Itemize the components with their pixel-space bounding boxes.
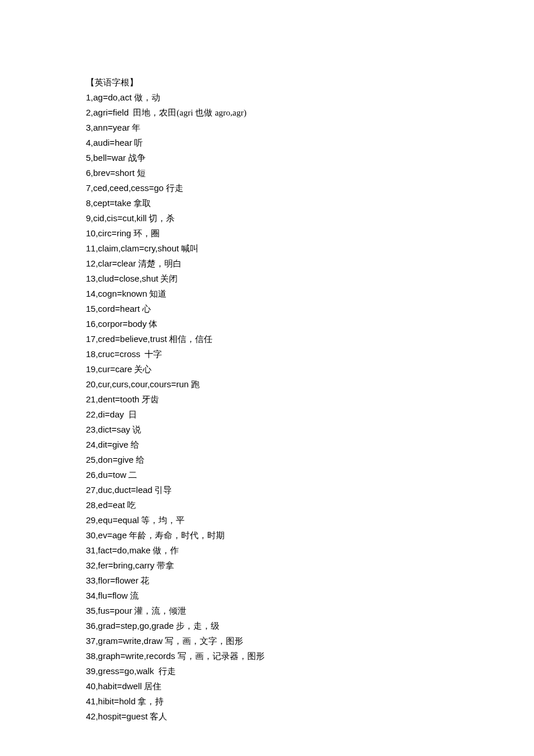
entry-row: 33,flor=flower 花	[86, 573, 534, 588]
entry-latin: 11,claim,clam=cry,shout	[86, 243, 179, 253]
entry-row: 16,corpor=body 体	[86, 316, 534, 332]
entry-row: 17,cred=believe,trust 相信，信任	[86, 332, 534, 347]
entry-row: 5,bell=war 战争	[86, 150, 534, 165]
entry-latin: 32,fer=bring,carry	[86, 560, 154, 570]
entry-latin: 15,cord=heart	[86, 304, 140, 314]
entry-chinese: 客人	[147, 712, 167, 721]
entry-chinese: 给	[134, 455, 145, 465]
entry-chinese: 牙齿	[139, 395, 159, 404]
entry-chinese: 体	[147, 319, 158, 329]
entry-chinese: 跑	[189, 380, 200, 389]
entry-row: 3,ann=year 年	[86, 120, 534, 135]
entry-chinese: 带拿	[154, 561, 174, 570]
entry-row: 21,dent=tooth 牙齿	[86, 392, 534, 407]
document-page: 【英语字根】 1,ag=do,act 做，动2,agri=field 田地，农田…	[0, 0, 534, 724]
entry-latin: 34,flu=flow	[86, 591, 128, 600]
entry-row: 2,agri=field 田地，农田(agri 也做 agro,agr)	[86, 105, 534, 120]
entry-chinese: 环，圈	[131, 229, 160, 238]
entry-latin: 14,cogn=known	[86, 289, 147, 298]
entry-row: 11,claim,clam=cry,shout 喊叫	[86, 241, 534, 256]
entry-latin: 5,bell=war	[86, 153, 126, 163]
entry-chinese: 吃	[125, 501, 136, 510]
entry-row: 34,flu=flow 流	[86, 588, 534, 603]
entry-chinese: 日	[124, 410, 137, 419]
entry-chinese: 说	[130, 425, 141, 434]
entry-chinese: 写，画，文字，图形	[163, 636, 243, 646]
entry-latin: 25,don=give	[86, 455, 134, 465]
entry-latin: 9,cid,cis=cut,kill	[86, 213, 147, 223]
entry-chinese: 知道	[147, 289, 167, 298]
entry-row: 24,dit=give 给	[86, 437, 534, 452]
entry-chinese: 切，杀	[147, 214, 175, 223]
entry-row: 22,di=day 日	[86, 407, 534, 422]
entry-latin: 3,ann=year	[86, 123, 129, 132]
entry-chinese: 田地，农田(agri 也做 agro,agr)	[129, 108, 247, 117]
entry-row: 7,ced,ceed,cess=go 行走	[86, 181, 534, 196]
entry-row: 40,habit=dwell 居住	[86, 679, 534, 694]
entry-latin: 35,fus=pour	[86, 606, 132, 615]
entry-chinese: 十字	[140, 350, 163, 359]
entry-chinese: 居住	[142, 682, 161, 691]
entry-latin: 40,habit=dwell	[86, 681, 142, 691]
entry-chinese: 听	[132, 138, 143, 147]
entry-latin: 29,equ=equal	[86, 515, 139, 525]
entry-row: 42,hospit=guest 客人	[86, 709, 534, 724]
entry-row: 19,cur=care 关心	[86, 362, 534, 377]
entry-latin: 6,brev=short	[86, 168, 135, 178]
entry-chinese: 做，作	[150, 546, 179, 555]
entry-chinese: 拿，持	[136, 697, 164, 706]
entry-row: 30,ev=age 年龄，寿命，时代，时期	[86, 528, 534, 543]
entry-latin: 39,gress=go,walk	[86, 666, 154, 676]
entry-chinese: 二	[127, 470, 138, 480]
entry-latin: 26,du=tow	[86, 470, 127, 480]
entry-chinese: 清楚，明白	[136, 259, 182, 268]
entry-chinese: 做，动	[132, 93, 160, 102]
entry-latin: 10,circ=ring	[86, 228, 131, 238]
entry-row: 15,cord=heart 心	[86, 301, 534, 316]
entry-row: 26,du=tow 二	[86, 467, 534, 483]
entry-row: 9,cid,cis=cut,kill 切，杀	[86, 211, 534, 226]
entry-latin: 2,agri=field	[86, 107, 129, 117]
entry-chinese: 步，走，级	[174, 621, 219, 631]
entry-chinese: 相信，信任	[167, 334, 213, 344]
entry-latin: 8,cept=take	[86, 198, 131, 208]
entry-latin: 24,dit=give	[86, 440, 128, 449]
entry-row: 31,fact=do,make 做，作	[86, 543, 534, 558]
entry-row: 14,cogn=known 知道	[86, 286, 534, 301]
entry-chinese: 行走	[164, 183, 183, 193]
entry-latin: 18,cruc=cross	[86, 349, 140, 359]
entry-latin: 19,cur=care	[86, 364, 132, 374]
entry-latin: 4,audi=hear	[86, 138, 132, 147]
entry-row: 4,audi=hear 听	[86, 135, 534, 150]
entry-latin: 12,clar=clear	[86, 258, 136, 268]
entry-row: 6,brev=short 短	[86, 165, 534, 181]
entry-chinese: 年	[129, 123, 140, 132]
entry-latin: 41,hibit=hold	[86, 696, 136, 706]
entry-chinese: 给	[128, 440, 139, 449]
entry-latin: 33,flor=flower	[86, 575, 138, 585]
entry-latin: 21,dent=tooth	[86, 394, 139, 404]
entry-chinese: 拿取	[131, 199, 151, 208]
entry-latin: 38,graph=write,records	[86, 651, 175, 661]
entry-row: 23,dict=say 说	[86, 422, 534, 437]
entry-chinese: 关闭	[158, 274, 178, 283]
entry-row: 20,cur,curs,cour,cours=run 跑	[86, 377, 534, 392]
entry-chinese: 年龄，寿命，时代，时期	[127, 531, 225, 540]
entry-chinese: 喊叫	[179, 244, 199, 253]
entry-row: 32,fer=bring,carry 带拿	[86, 558, 534, 573]
entry-latin: 31,fact=do,make	[86, 545, 150, 555]
entry-row: 37,gram=write,draw 写，画，文字，图形	[86, 633, 534, 649]
entry-row: 25,don=give 给	[86, 452, 534, 467]
entry-latin: 7,ced,ceed,cess=go	[86, 183, 164, 193]
entry-row: 27,duc,duct=lead 引导	[86, 483, 534, 498]
entry-chinese: 引导	[153, 485, 172, 495]
entry-chinese: 等，均，平	[139, 516, 185, 525]
entry-latin: 42,hospit=guest	[86, 711, 147, 721]
entry-row: 38,graph=write,records 写，画，记录器，图形	[86, 649, 534, 664]
entry-chinese: 心	[140, 304, 151, 314]
entry-latin: 13,clud=close,shut	[86, 273, 158, 283]
entry-row: 41,hibit=hold 拿，持	[86, 694, 534, 709]
entry-latin: 17,cred=believe,trust	[86, 334, 167, 344]
entry-row: 18,cruc=cross 十字	[86, 347, 534, 362]
entry-chinese: 花	[138, 576, 149, 585]
